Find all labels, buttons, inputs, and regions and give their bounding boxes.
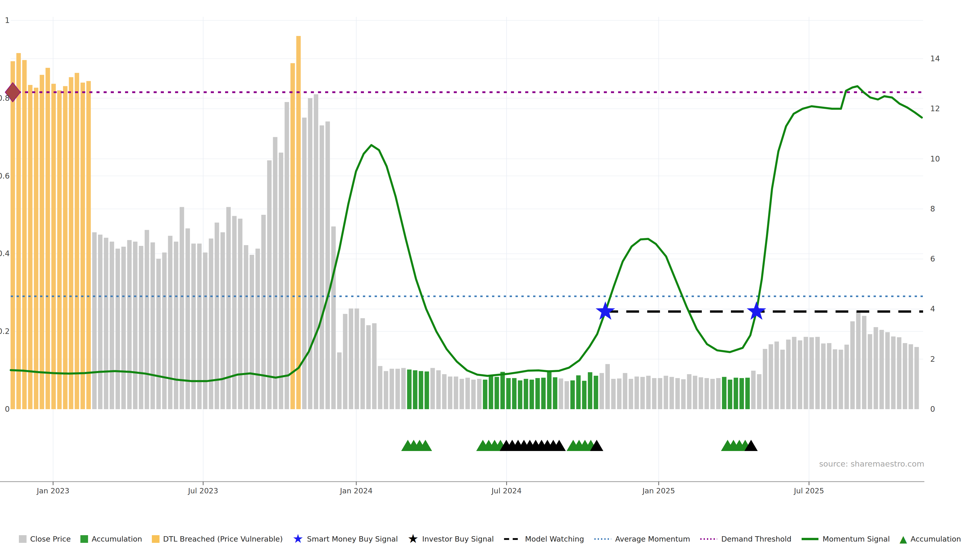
bar-close-price xyxy=(133,241,138,409)
bar-close-price xyxy=(635,376,639,409)
bar-close-price xyxy=(104,238,108,409)
legend: Close PriceAccumulationDTL Breached (Pri… xyxy=(0,535,980,543)
left-axis-tick-label: 0.2 xyxy=(0,327,10,336)
accumulation-triangle-icon: ▲ xyxy=(900,535,907,543)
bar-close-price xyxy=(325,121,330,409)
smart-money-buy-star xyxy=(596,301,615,320)
right-axis-tick-label: 2 xyxy=(930,354,935,364)
bar-close-price xyxy=(803,337,808,410)
bar-dtl-breached xyxy=(51,84,56,409)
legend-item-accumulation[interactable]: Accumulation xyxy=(80,535,142,543)
smart-money-buy-star xyxy=(747,301,766,320)
bar-dtl-breached xyxy=(57,90,62,409)
bar-close-price xyxy=(798,340,802,409)
right-axis-tick-label: 8 xyxy=(930,204,935,213)
bar-close-price xyxy=(372,323,377,409)
bar-close-price xyxy=(681,380,686,409)
bar-accumulation xyxy=(489,376,493,410)
x-tick-label: Jul 2025 xyxy=(794,486,824,495)
bar-close-price xyxy=(466,378,470,409)
legend-item-model-watching[interactable]: Model Watching xyxy=(504,535,584,543)
bar-close-price xyxy=(349,308,353,409)
legend-swatch-dots xyxy=(594,536,612,542)
bar-close-price xyxy=(401,368,406,410)
bar-close-price xyxy=(168,236,172,409)
bar-close-price xyxy=(395,369,400,410)
bar-accumulation xyxy=(547,370,552,409)
bar-close-price xyxy=(320,125,324,410)
bar-accumulation xyxy=(512,378,517,409)
bar-close-price xyxy=(355,308,359,409)
bar-close-price xyxy=(337,353,342,410)
bar-close-price xyxy=(197,244,202,409)
bar-accumulation xyxy=(535,378,540,409)
bar-close-price xyxy=(600,373,604,409)
left-y-axis-labels: 00.20.40.60.81 xyxy=(0,16,10,413)
bar-close-price xyxy=(652,378,657,409)
bar-accumulation xyxy=(740,378,744,409)
legend-item-label: Accumulation xyxy=(911,535,961,543)
bar-close-price xyxy=(915,347,919,409)
bar-close-price xyxy=(880,330,884,409)
bar-close-price xyxy=(611,379,616,409)
price-momentum-chart: Jan 2023Jul 2023Jan 2024Jul 2024Jan 2025… xyxy=(0,0,980,551)
bar-close-price xyxy=(145,230,149,409)
bar-close-price xyxy=(285,102,289,409)
bar-close-price xyxy=(378,366,383,409)
bar-close-price xyxy=(244,245,248,409)
legend-item-average-momentum[interactable]: Average Momentum xyxy=(594,535,690,543)
legend-item-close-price[interactable]: Close Price xyxy=(19,535,71,543)
chart-canvas: Jan 2023Jul 2023Jan 2024Jul 2024Jan 2025… xyxy=(0,0,980,526)
bar-close-price xyxy=(384,371,388,409)
legend-item-smart-money-buy-signal[interactable]: ★Smart Money Buy Signal xyxy=(293,535,398,543)
bar-dtl-breached xyxy=(63,86,68,409)
bar-accumulation xyxy=(734,378,738,409)
bar-close-price xyxy=(127,240,132,409)
bar-dtl-breached xyxy=(28,85,33,409)
bar-close-price xyxy=(156,259,161,409)
bar-close-price xyxy=(279,152,283,409)
bar-close-price xyxy=(261,215,266,409)
bar-close-price xyxy=(390,369,394,410)
bar-close-price xyxy=(436,370,441,409)
bar-accumulation xyxy=(570,380,575,409)
bar-close-price xyxy=(868,334,872,409)
legend-swatch-dots xyxy=(700,536,718,542)
bar-close-price xyxy=(139,246,143,409)
bar-accumulation xyxy=(553,377,557,409)
bar-close-price xyxy=(897,337,902,409)
bar-accumulation xyxy=(722,377,727,410)
left-axis-tick-label: 0.4 xyxy=(0,249,10,258)
x-tick-label: Jul 2023 xyxy=(188,486,218,495)
legend-item-label: Investor Buy Signal xyxy=(422,535,494,543)
legend-swatch-square xyxy=(80,535,88,543)
bar-dtl-breached xyxy=(86,81,91,409)
left-axis-tick-label: 0.6 xyxy=(0,171,10,180)
bar-close-price xyxy=(845,345,849,409)
legend-item-accumulation[interactable]: ▲Accumulation xyxy=(900,535,961,543)
x-tick-label: Jan 2025 xyxy=(642,486,675,495)
bar-close-price xyxy=(273,137,278,409)
bar-close-price xyxy=(699,377,703,409)
bar-close-price xyxy=(256,249,260,409)
legend-item-demand-threshold[interactable]: Demand Threshold xyxy=(700,535,791,543)
bar-close-price xyxy=(343,314,348,409)
legend-item-dtl-breached-price-vulnerable[interactable]: DTL Breached (Price Vulnerable) xyxy=(152,535,283,543)
bar-accumulation xyxy=(593,376,598,409)
bar-dtl-breached xyxy=(16,53,21,409)
bar-close-price xyxy=(448,376,452,409)
bar-close-price xyxy=(786,340,791,409)
bar-close-price xyxy=(716,378,721,409)
bar-close-price xyxy=(431,368,435,410)
bar-close-price xyxy=(454,376,458,409)
bar-close-price xyxy=(664,376,668,409)
left-axis-tick-label: 1 xyxy=(5,16,10,25)
bar-close-price xyxy=(460,379,464,409)
bar-close-price xyxy=(780,350,785,409)
investor-buy-star-icon: ★ xyxy=(407,535,418,542)
legend-item-investor-buy-signal[interactable]: ★Investor Buy Signal xyxy=(407,535,494,543)
bar-close-price xyxy=(366,325,371,409)
bar-close-price xyxy=(815,337,820,410)
legend-item-momentum-signal[interactable]: Momentum Signal xyxy=(801,535,890,543)
bar-close-price xyxy=(605,364,610,409)
